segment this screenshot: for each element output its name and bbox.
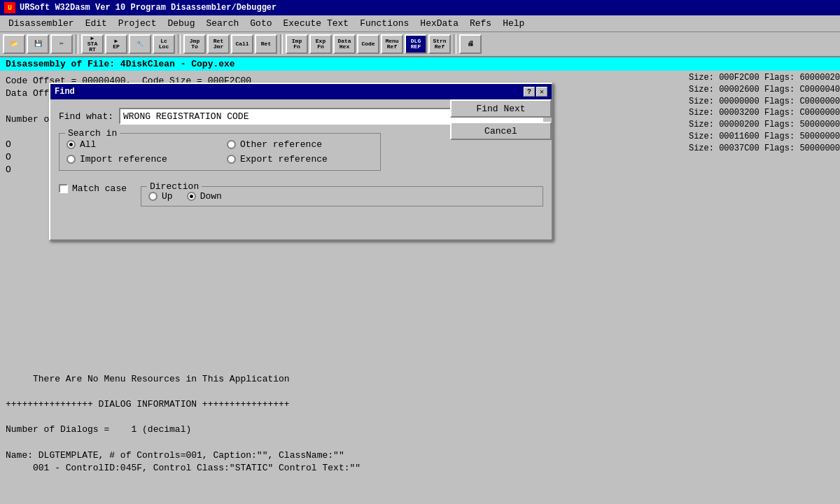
toolbar-menu-ref[interactable]: MenuRef [381, 34, 403, 54]
direction-down-label: Down [200, 191, 222, 202]
radio-other-circle [227, 140, 236, 149]
right-row-5: Size: 00000200 Flags: 50000000 [689, 119, 840, 131]
toolbar-ret1[interactable]: RetJmr [207, 34, 230, 54]
search-in-label: Search in [65, 128, 120, 139]
toolbar-cut[interactable]: ✂ [50, 34, 73, 54]
toolbar-sep-1 [76, 34, 78, 54]
menu-project[interactable]: Project [113, 17, 162, 30]
bottom-line-4: Number of Dialogs = 1 (decimal) [6, 424, 834, 436]
direction-up-circle [148, 192, 158, 201]
toolbar-ep[interactable]: ▶EP [105, 34, 127, 54]
menu-edit[interactable]: Edit [80, 17, 113, 30]
direction-label: Direction [147, 181, 202, 192]
window-title: URSoft W32Dasm Ver 10 Program Disassembl… [20, 3, 276, 13]
bottom-line-7: 001 - ControlID:045F, Control Class:"STA… [6, 462, 834, 475]
bottom-line-6: Name: DLGTEMPLATE, # of Controls=001, Ca… [6, 449, 834, 462]
menu-refs[interactable]: Refs [464, 17, 497, 30]
radio-export-label: Export reference [240, 154, 328, 164]
menu-help[interactable]: Help [497, 17, 530, 30]
radio-grid: All Other reference Import reference [66, 139, 373, 164]
find-dialog-body: Find what: Search in All [50, 99, 552, 239]
toolbar-sep-4 [454, 34, 456, 54]
disasm-header: Disassembly of File: 4DiskClean - Copy.e… [0, 57, 840, 71]
radio-other-reference[interactable]: Other reference [227, 139, 373, 150]
cancel-button[interactable]: Cancel [450, 122, 552, 140]
radio-all-circle [66, 140, 76, 149]
toolbar: 📂 💾 ✂ ▶START ▶EP 🔧 LcLoc JmpTo RetJmr Ca… [0, 32, 840, 57]
toolbar-imp-fn[interactable]: ImpFn [286, 34, 308, 54]
match-case-label: Match case [72, 183, 127, 194]
dialog-close-button[interactable]: ✕ [536, 87, 547, 97]
match-case-checkbox[interactable] [59, 184, 68, 193]
toolbar-jump[interactable]: JmpTo [183, 34, 206, 54]
toolbar-open[interactable]: 📂 [3, 34, 25, 54]
search-in-group: Search in All Other reference [59, 133, 381, 171]
direction-up-label: Up [162, 191, 173, 202]
toolbar-save[interactable]: 💾 [27, 34, 49, 54]
radio-export-reference[interactable]: Export reference [227, 154, 373, 164]
radio-import-reference[interactable]: Import reference [66, 154, 213, 164]
bottom-line-3 [6, 411, 834, 424]
menu-debug[interactable]: Debug [162, 17, 200, 30]
dialog-controls: ? ✕ [524, 87, 547, 97]
radio-all[interactable]: All [66, 139, 213, 150]
radio-export-circle [227, 155, 236, 164]
disasm-area: Code Offset = 00000400, Code Size = 000F… [0, 72, 840, 504]
menu-functions[interactable]: Functions [354, 17, 414, 30]
toolbar-data-hex[interactable]: DataHex [333, 34, 356, 54]
dialog-help-button[interactable]: ? [524, 87, 535, 97]
toolbar-exp-fn[interactable]: ExpFn [309, 34, 332, 54]
find-next-button[interactable]: Find Next [450, 99, 552, 118]
direction-up[interactable]: Up [148, 191, 173, 202]
bottom-line-2: ++++++++++++++++ DIALOG INFORMATION ++++… [6, 398, 834, 411]
radio-import-label: Import reference [80, 154, 167, 164]
direction-row: Up Down [148, 191, 536, 202]
match-case-item[interactable]: Match case [59, 183, 127, 194]
toolbar-step[interactable]: ▶START [81, 34, 104, 54]
app-icon: U [4, 2, 15, 13]
toolbar-code[interactable]: 🔧 [129, 34, 151, 54]
bottom-line-0: There Are No Menu Resources in This Appl… [6, 373, 834, 386]
menu-search[interactable]: Search [200, 17, 244, 30]
radio-import-circle [66, 155, 76, 164]
find-dialog-titlebar: Find ? ✕ [50, 84, 552, 99]
toolbar-strn-ref[interactable]: StrnRef [428, 34, 451, 54]
bottom-line-5 [6, 436, 834, 449]
menu-goto[interactable]: Goto [244, 17, 277, 30]
right-row-1: Size: 000F2C00 Flags: 60000020 [689, 72, 840, 84]
menu-hexdata[interactable]: HexData [414, 17, 464, 30]
radio-other-label: Other reference [240, 139, 322, 150]
find-dialog: Find ? ✕ Find what: Search in [49, 83, 553, 241]
right-row-2: Size: 00002600 Flags: C0000040 [689, 84, 840, 96]
direction-group: Direction Up Down [141, 186, 543, 206]
menu-bar: Disassembler Edit Project Debug Search G… [0, 15, 840, 32]
right-row-3: Size: 00000000 Flags: C0000000 [689, 96, 840, 108]
right-row-6: Size: 00011600 Flags: 50000000 [689, 131, 840, 143]
main-area: Disassembly of File: 4DiskClean - Copy.e… [0, 57, 840, 504]
toolbar-sep-2 [178, 34, 181, 54]
toolbar-loc[interactable]: LcLoc [153, 34, 175, 54]
toolbar-print[interactable]: 🖨 [459, 34, 482, 54]
title-bar: U URSoft W32Dasm Ver 10 Program Disassem… [0, 0, 840, 15]
find-dialog-title: Find [55, 87, 75, 97]
toolbar-ret2[interactable]: Ret [255, 34, 277, 54]
bottom-line-1 [6, 386, 834, 398]
menu-execute-text[interactable]: Execute Text [278, 17, 355, 30]
radio-all-label: All [80, 139, 96, 150]
right-row-4: Size: 00003200 Flags: C0000000 [689, 107, 840, 119]
right-row-7: Size: 00037C00 Flags: 50000000 [689, 143, 840, 155]
toolbar-call[interactable]: Call [231, 34, 253, 54]
toolbar-code2[interactable]: Code [357, 34, 379, 54]
direction-down[interactable]: Down [187, 191, 222, 202]
direction-down-circle [187, 192, 196, 201]
find-what-label: Find what: [59, 111, 113, 122]
toolbar-sep-3 [280, 34, 283, 54]
menu-disassembler[interactable]: Disassembler [3, 17, 80, 30]
toolbar-dlg-ref[interactable]: DLGREF [405, 34, 427, 54]
